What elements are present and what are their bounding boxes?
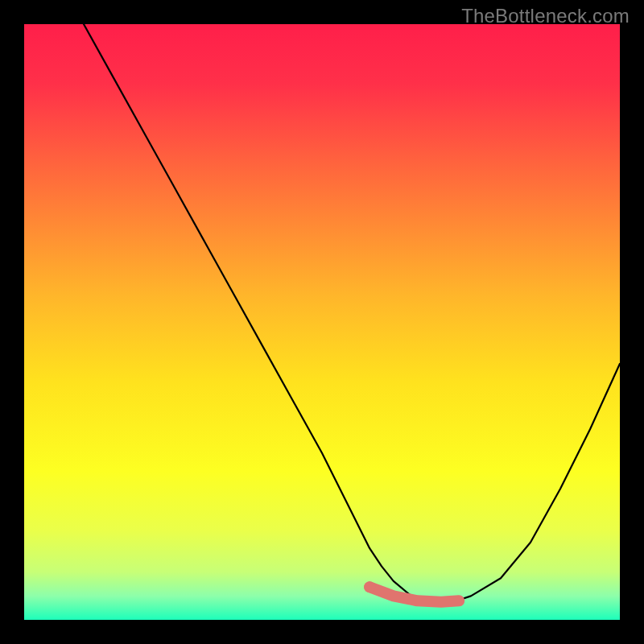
watermark-text: TheBottleneck.com bbox=[461, 5, 630, 27]
gradient-background bbox=[24, 24, 620, 620]
plot-area bbox=[24, 24, 620, 620]
highlight-start-dot bbox=[364, 581, 375, 592]
chart-frame: TheBottleneck.com bbox=[0, 0, 644, 644]
chart-svg bbox=[24, 24, 620, 620]
